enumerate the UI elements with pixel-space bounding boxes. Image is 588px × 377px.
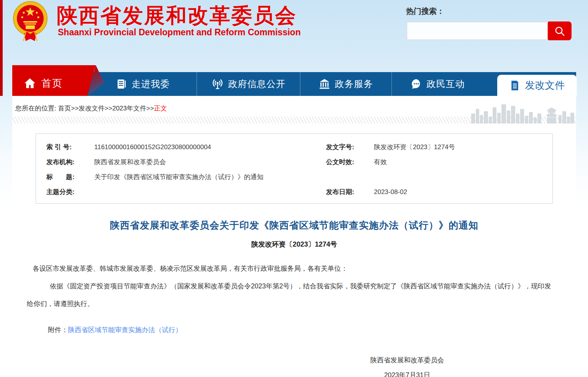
article-page: 索 引 号:11610000016000152G20230800000004 发… [12, 124, 576, 377]
breadcrumb-link-home[interactable]: 首页 [58, 105, 71, 112]
signature-organization: 陕西省发展和改革委员会 [349, 353, 466, 368]
site-title: 陕西省发展和改革委员会 [57, 2, 297, 30]
meta-label-doc-number: 发文字号: [326, 143, 369, 151]
article-body: 各设区市发展改革委、韩城市发展改革委、杨凌示范区发展改革局，有关市行政审批服务局… [27, 260, 552, 313]
breadcrumb-separator: >> [105, 105, 112, 112]
attachment-link[interactable]: 陕西省区域节能审查实施办法（试行） [68, 326, 182, 334]
nav-item-interaction[interactable]: 政民互动 [391, 72, 483, 96]
meta-value-publish-date: 2023-08-02 [374, 188, 407, 196]
nav-item-label: 发改文件 [525, 79, 565, 92]
metadata-row: 标 题:关于印发《陕西省区域节能审查实施办法（试行）》的通知 [46, 170, 314, 184]
breadcrumb-separator: >> [146, 105, 154, 112]
article-title: 陕西省发展和改革委员会关于印发《陕西省区域节能审查实施办法（试行）》的通知 [12, 219, 576, 232]
broadcast-icon [211, 78, 224, 90]
metadata-row: 索 引 号:11610000016000152G20230800000004 [46, 140, 314, 155]
signature-block: 陕西省发展和改革委员会 2023年7月31日 [349, 353, 466, 377]
article-paragraph: 依据《固定资产投资项目节能审查办法》（国家发展和改革委员会令2023年第2号），… [27, 277, 552, 313]
bank-icon [319, 78, 330, 90]
city-skyline-decoration [471, 102, 575, 123]
meta-label-issuing-agency: 发布机构: [46, 158, 89, 166]
nav-item-gov-info[interactable]: 政府信息公开 [197, 72, 300, 96]
breadcrumb: 您所在的位置: 首页>>发改文件>>2023年文件>>正文 [15, 104, 167, 113]
meta-label-publish-date: 发布日期: [326, 188, 369, 196]
national-emblem-logo [13, 1, 48, 43]
left-edge-accent [0, 0, 3, 96]
article-paragraph: 各设区市发展改革委、韩城市发展改革委、杨凌示范区发展改革局，有关市行政审批服务局… [27, 260, 552, 277]
file-icon [509, 80, 521, 91]
chat-icon [411, 78, 422, 90]
search-input[interactable] [407, 22, 548, 40]
metadata-left-column: 索 引 号:11610000016000152G20230800000004 发… [46, 134, 314, 199]
meta-label-title: 标 题: [46, 173, 89, 181]
search-icon [554, 25, 565, 37]
meta-value-validity: 有效 [374, 158, 387, 166]
document-metadata-table: 索 引 号:11610000016000152G20230800000004 发… [36, 133, 553, 204]
meta-label-index-number: 索 引 号: [46, 143, 89, 151]
metadata-row: 公文时效:有效 [326, 155, 548, 170]
breadcrumb-band: 您所在的位置: 首页>>发改文件>>2023年文件>>正文 [12, 96, 576, 124]
site-subtitle: Shaanxi Provincial Development and Refor… [58, 27, 301, 38]
metadata-row: 发布机构:陕西省发展和改革委员会 [46, 155, 314, 170]
breadcrumb-link-2023-files[interactable]: 2023年文件 [112, 105, 146, 112]
notebook-icon [116, 78, 127, 90]
home-icon [24, 77, 36, 89]
nav-item-services[interactable]: 政务服务 [300, 72, 391, 96]
metadata-row-empty [326, 170, 548, 184]
attachment-row: 附件：陕西省区域节能审查实施办法（试行） [27, 324, 182, 336]
nav-item-label: 走进我委 [132, 78, 170, 90]
nav-item-label: 政府信息公开 [228, 78, 286, 90]
nav-tab-ndrc-documents-active[interactable]: 发改文件 [497, 75, 577, 96]
meta-label-topic-category: 主题分类: [46, 188, 89, 196]
attachment-label: 附件： [48, 326, 68, 334]
metadata-row: 发布日期:2023-08-02 [326, 184, 548, 199]
metadata-right-column: 发文字号:陕发改环资〔2023〕1274号 公文时效:有效 发布日期:2023-… [326, 134, 548, 199]
meta-value-index-number: 11610000016000152G20230800000004 [94, 143, 211, 151]
metadata-row: 发文字号:陕发改环资〔2023〕1274号 [326, 140, 548, 155]
nav-menu: 走进我委 政府信息公开 政务服务 政民互 [89, 72, 483, 96]
breadcrumb-link-documents[interactable]: 发改文件 [79, 105, 105, 112]
meta-value-issuing-agency: 陕西省发展和改革委员会 [94, 158, 166, 166]
meta-label-validity: 公文时效: [326, 158, 369, 166]
main-navigation: 首页 走进我委 政府信息公开 [12, 72, 576, 96]
metadata-row: 主题分类: [46, 184, 314, 199]
article-doc-number: 陕发改环资〔2023〕1274号 [12, 240, 576, 249]
breadcrumb-prefix: 您所在的位置: [15, 105, 56, 112]
search-button[interactable] [548, 21, 572, 40]
nav-item-home[interactable]: 首页 [12, 65, 100, 96]
breadcrumb-current: 正文 [154, 105, 167, 112]
nav-item-label: 政务服务 [335, 78, 373, 90]
hot-search-label: 热门搜索： [406, 6, 444, 16]
meta-value-doc-number: 陕发改环资〔2023〕1274号 [374, 143, 455, 151]
nav-item-about[interactable]: 走进我委 [89, 72, 197, 96]
nav-item-label: 首页 [41, 77, 63, 90]
nav-item-label: 政民互动 [427, 78, 465, 90]
breadcrumb-separator: >> [71, 105, 79, 112]
signature-date: 2023年7月31日 [349, 368, 466, 377]
meta-value-title: 关于印发《陕西省区域节能审查实施办法（试行）》的通知 [94, 173, 264, 181]
site-header: 陕西省发展和改革委员会 Shaanxi Provincial Developme… [12, 0, 576, 72]
